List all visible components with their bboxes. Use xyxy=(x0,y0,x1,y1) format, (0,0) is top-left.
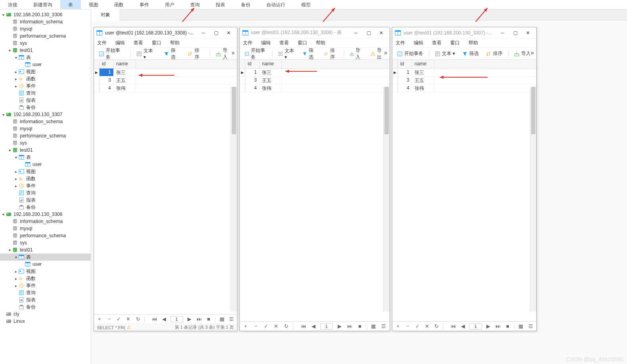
tree-item[interactable]: information_schema xyxy=(0,118,91,125)
menu-item-2[interactable]: 表 xyxy=(60,0,81,9)
tree-item[interactable]: Linux xyxy=(0,318,91,325)
refresh-button[interactable]: ↻ xyxy=(135,316,141,323)
tree-item[interactable]: performance_schema xyxy=(0,32,91,40)
apply-button[interactable]: ✓ xyxy=(414,323,421,330)
table-row[interactable]: 3王五 xyxy=(94,76,237,84)
form-view-button[interactable]: ☰ xyxy=(380,323,387,330)
expand-arrow-icon[interactable]: ▾ xyxy=(13,255,18,259)
tree-item[interactable]: ▸视图 xyxy=(0,168,91,175)
win-menu-item[interactable]: 查看 xyxy=(134,40,143,46)
menu-item-6[interactable]: 用户 xyxy=(157,0,182,9)
overflow-icon[interactable]: » xyxy=(231,50,235,56)
tree-item[interactable]: sys xyxy=(0,40,91,47)
expand-arrow-icon[interactable]: ▸ xyxy=(13,70,18,74)
win-menu-item[interactable]: 文件 xyxy=(396,40,405,46)
col-header-id[interactable]: id xyxy=(245,60,260,68)
tree-item[interactable]: ▸fx函数 xyxy=(0,75,91,82)
begin-transaction-button[interactable]: 开始事务 xyxy=(242,46,269,62)
refresh-button[interactable]: ↻ xyxy=(434,323,440,330)
stop-button[interactable]: ■ xyxy=(356,323,363,330)
overflow-icon[interactable]: » xyxy=(531,50,534,56)
filter-button[interactable]: 筛选 xyxy=(300,46,319,62)
grid-view-button[interactable]: ▦ xyxy=(370,323,377,330)
win-menu-item[interactable]: 窗口 xyxy=(152,40,161,46)
cancel-edit-button[interactable]: ✕ xyxy=(125,316,132,323)
win-menu-item[interactable]: 查看 xyxy=(279,40,289,46)
cell-name[interactable]: 张伟 xyxy=(260,84,282,92)
cell-name[interactable]: 张三 xyxy=(412,69,434,76)
win-menu-item[interactable]: 文件 xyxy=(243,40,252,46)
last-page-button[interactable]: ⏭ xyxy=(346,323,353,330)
stop-button[interactable]: ■ xyxy=(505,323,511,330)
form-view-button[interactable]: ☰ xyxy=(528,323,534,330)
tree-item[interactable]: ▸事件 xyxy=(0,182,91,189)
win-menu-item[interactable]: 编辑 xyxy=(261,40,271,46)
tree-item[interactable]: cly xyxy=(0,311,91,318)
menu-item-4[interactable]: 函数 xyxy=(106,0,132,9)
menu-item-10[interactable]: 自动运行 xyxy=(258,0,293,9)
menu-item-9[interactable]: 备份 xyxy=(233,0,258,9)
cell-id[interactable]: 3 xyxy=(99,76,114,84)
cell-id[interactable]: 1 xyxy=(245,69,260,76)
add-row-button[interactable]: + xyxy=(242,323,249,330)
win-menu-item[interactable]: 查看 xyxy=(432,40,442,46)
table-row[interactable]: 4张伟 xyxy=(94,84,237,92)
add-row-button[interactable]: + xyxy=(395,323,401,330)
tree-item[interactable]: ▾192.168.200.130_3308 xyxy=(0,211,91,218)
tree-item[interactable]: 查询 xyxy=(0,189,91,196)
expand-arrow-icon[interactable]: ▸ xyxy=(13,276,18,281)
expand-arrow-icon[interactable]: ▸ xyxy=(13,177,18,181)
close-button[interactable]: ✕ xyxy=(223,29,235,37)
tree-item[interactable]: 备份 xyxy=(0,104,91,111)
expand-arrow-icon[interactable]: ▾ xyxy=(1,13,6,17)
maximize-button[interactable]: ▢ xyxy=(210,29,222,37)
apply-button[interactable]: ✓ xyxy=(262,323,270,330)
maximize-button[interactable]: ▢ xyxy=(509,29,521,37)
text-button[interactable]: 文本 ▾ xyxy=(276,46,298,61)
tree-item[interactable]: ▾表 xyxy=(0,54,91,61)
win-menu-item[interactable]: 文件 xyxy=(97,40,107,46)
tree-item[interactable]: ▾test01 xyxy=(0,147,91,154)
menu-item-3[interactable]: 视图 xyxy=(81,0,106,9)
import-button[interactable]: 导入 xyxy=(512,49,533,58)
expand-arrow-icon[interactable]: ▸ xyxy=(13,84,18,88)
expand-arrow-icon[interactable]: ▸ xyxy=(13,170,18,174)
overflow-icon[interactable]: » xyxy=(384,50,387,56)
scrollbar[interactable] xyxy=(530,87,536,312)
cell-id[interactable]: 3 xyxy=(245,76,260,84)
win-menu-item[interactable]: 帮助 xyxy=(316,40,325,46)
tree-item[interactable]: mysql xyxy=(0,25,91,32)
first-page-button[interactable]: ⏮ xyxy=(151,316,157,323)
expand-arrow-icon[interactable]: ▾ xyxy=(13,55,18,60)
minimize-button[interactable]: ─ xyxy=(350,29,362,37)
sort-button[interactable]: 排序 xyxy=(321,46,340,62)
table-row[interactable]: ▶1张三 xyxy=(240,69,390,76)
tree-item[interactable]: ▸fx函数 xyxy=(0,175,91,182)
menu-item-0[interactable]: 连接 xyxy=(0,0,25,9)
expand-arrow-icon[interactable]: ▾ xyxy=(7,48,12,53)
minimize-button[interactable]: ─ xyxy=(497,29,508,37)
tree-item[interactable]: ▸视图 xyxy=(0,68,91,75)
cancel-edit-button[interactable]: ✕ xyxy=(424,323,430,330)
expand-arrow-icon[interactable]: ▸ xyxy=(13,184,18,188)
last-page-button[interactable]: ⏭ xyxy=(495,323,501,330)
apply-button[interactable]: ✓ xyxy=(116,316,122,323)
grid-view-button[interactable]: ▦ xyxy=(218,316,225,323)
delete-row-button[interactable]: − xyxy=(252,323,260,330)
tree-item[interactable]: 查询 xyxy=(0,289,91,296)
cell-id[interactable]: 3 xyxy=(398,76,412,84)
filter-button[interactable]: 筛选 xyxy=(460,49,481,58)
table-row[interactable]: ▶1张三 xyxy=(94,69,237,76)
tree-item[interactable]: ▸fx函数 xyxy=(0,275,91,282)
delete-row-button[interactable]: − xyxy=(106,316,112,323)
expand-arrow-icon[interactable]: ▾ xyxy=(7,248,12,252)
last-page-button[interactable]: ⏭ xyxy=(196,316,202,323)
first-page-button[interactable]: ⏮ xyxy=(300,323,307,330)
expand-arrow-icon[interactable]: ▾ xyxy=(13,155,18,160)
close-button[interactable]: ✕ xyxy=(522,29,534,37)
delete-row-button[interactable]: − xyxy=(404,323,411,330)
text-button[interactable]: 文本 ▾ xyxy=(134,46,159,61)
cell-name[interactable]: 张伟 xyxy=(412,84,434,92)
tree-item[interactable]: information_schema xyxy=(0,218,91,225)
win-menu-item[interactable]: 窗口 xyxy=(298,40,307,46)
